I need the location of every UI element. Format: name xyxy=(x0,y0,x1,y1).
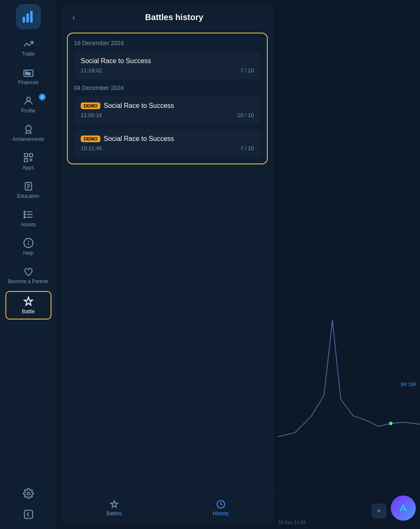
svg-rect-9 xyxy=(24,153,28,157)
logo-icon xyxy=(21,9,36,24)
battle-name-3: Social Race to Success xyxy=(104,135,174,143)
battle-name-2: Social Race to Success xyxy=(104,102,174,110)
svg-point-26 xyxy=(28,241,28,242)
sidebar-label-achievements: Achievements xyxy=(13,136,44,142)
battle-time-3: 10:11:45 xyxy=(81,145,102,151)
gear-icon xyxy=(23,488,34,499)
app-logo[interactable] xyxy=(16,4,41,29)
svg-rect-1 xyxy=(26,13,29,23)
back-button[interactable]: ‹ xyxy=(69,13,79,22)
svg-point-7 xyxy=(26,125,31,131)
battle-card-1[interactable]: Social Race to Success 11:19:02 7 / 10 xyxy=(74,51,261,79)
svg-point-30 xyxy=(389,422,392,425)
tab-history-label: History xyxy=(213,511,228,516)
battle-score-3: 7 / 10 xyxy=(240,145,254,151)
battle-score-2: 10 / 10 xyxy=(237,112,254,118)
sidebar-label-profile: Profile xyxy=(21,108,35,114)
tab-battles-label: Battles xyxy=(106,511,122,516)
panel-title: Battles history xyxy=(83,13,266,22)
main-panel: ‹ Battles history 18 December 2024 Socia… xyxy=(61,4,274,523)
bottom-tabs: Battles History xyxy=(61,493,274,523)
plus-button[interactable]: + xyxy=(371,503,387,519)
sidebar-item-help[interactable]: Help xyxy=(5,233,51,260)
history-tab-icon xyxy=(216,500,225,509)
battle-meta-3: 10:11:45 7 / 10 xyxy=(81,145,254,151)
sidebar-item-education[interactable]: Education xyxy=(5,176,51,203)
battles-tab-icon xyxy=(110,500,119,509)
sidebar-item-trade[interactable]: Trade xyxy=(5,34,51,61)
education-icon xyxy=(23,181,34,192)
apps-icon xyxy=(23,152,34,163)
sidebar-item-partner[interactable]: Become a Partner xyxy=(5,262,51,289)
help-icon xyxy=(23,238,34,248)
finances-icon xyxy=(23,67,34,78)
sidebar-item-finances[interactable]: Finances xyxy=(5,63,51,89)
chart-svg xyxy=(278,236,420,487)
demo-badge-3: DEMO xyxy=(81,135,100,142)
sidebar-item-battle[interactable]: Battle xyxy=(5,291,51,319)
svg-rect-2 xyxy=(30,11,33,23)
sidebar-item-profile[interactable]: 4 Profile xyxy=(5,91,51,118)
svg-rect-0 xyxy=(23,17,25,23)
svg-point-21 xyxy=(24,211,25,212)
avatar-icon xyxy=(397,502,410,514)
battle-icon xyxy=(23,296,34,307)
sidebar-item-settings[interactable] xyxy=(5,484,51,503)
sidebar-label-partner: Become a Partner xyxy=(8,279,49,285)
demo-badge-2: DEMO xyxy=(81,102,100,109)
battles-highlighted-group: 18 December 2024 Social Race to Success … xyxy=(67,33,268,164)
battle-meta-1: 11:19:02 7 / 10 xyxy=(81,67,254,74)
svg-point-6 xyxy=(26,97,30,101)
user-icon xyxy=(23,95,34,106)
battle-title-row-3: DEMO Social Race to Success xyxy=(81,135,254,143)
bottom-date: 18 Dec 11:59 xyxy=(278,520,305,525)
date-label-2: 04 December 2024 xyxy=(74,84,261,91)
svg-point-27 xyxy=(27,492,30,495)
date-label-1: 18 December 2024 xyxy=(74,40,261,46)
sidebar-label-battle: Battle xyxy=(22,309,35,314)
svg-rect-5 xyxy=(28,73,30,74)
battle-card-3[interactable]: DEMO Social Race to Success 10:11:45 7 /… xyxy=(74,129,261,157)
sidebar-label-education: Education xyxy=(17,193,39,199)
battle-name-1: Social Race to Success xyxy=(81,57,151,65)
battle-time-2: 11:00:14 xyxy=(81,112,102,118)
battle-time-1: 11:19:02 xyxy=(81,67,102,74)
achievements-icon xyxy=(23,124,34,135)
sidebar-label-finances: Finances xyxy=(18,79,38,85)
battle-score-1: 7 / 10 xyxy=(240,67,254,74)
battle-title-row-1: Social Race to Success xyxy=(81,57,254,65)
battle-title-row-2: DEMO Social Race to Success xyxy=(81,102,254,110)
partner-icon xyxy=(23,266,34,277)
assets-icon xyxy=(23,209,34,220)
battle-card-2[interactable]: DEMO Social Race to Success 11:00:14 10 … xyxy=(74,96,261,124)
sr-label: SR 199 xyxy=(400,382,416,387)
sidebar-label-assets: Assets xyxy=(20,222,36,227)
sidebar-item-assets[interactable]: Assets xyxy=(5,205,51,232)
sidebar-item-collapse[interactable] xyxy=(5,505,51,524)
panel-header: ‹ Battles history xyxy=(61,4,274,31)
sidebar-item-apps[interactable]: Apps xyxy=(5,148,51,175)
avatar-button[interactable] xyxy=(391,496,416,521)
battle-meta-2: 11:00:14 10 / 10 xyxy=(81,112,254,118)
tab-history[interactable]: History xyxy=(167,498,274,519)
svg-rect-4 xyxy=(26,72,27,75)
sidebar-bottom xyxy=(0,483,56,525)
chevron-left-icon xyxy=(23,509,34,520)
svg-rect-10 xyxy=(29,153,33,157)
sidebar-item-achievements[interactable]: Achievements xyxy=(5,120,51,146)
sidebar-label-help: Help xyxy=(23,250,33,256)
trend-up-icon xyxy=(23,38,34,49)
battles-content: 18 December 2024 Social Race to Success … xyxy=(61,31,274,493)
sidebar-label-trade: Trade xyxy=(22,51,35,57)
sidebar-label-apps: Apps xyxy=(23,165,34,171)
profile-badge: 4 xyxy=(39,94,46,100)
tab-battles[interactable]: Battles xyxy=(61,498,167,519)
sidebar: Trade Finances 4 Profile Achievements xyxy=(0,0,56,529)
svg-rect-28 xyxy=(24,510,33,519)
chart-area: SR 199 xyxy=(278,0,420,529)
svg-point-22 xyxy=(24,214,25,215)
svg-point-23 xyxy=(24,217,25,218)
svg-rect-11 xyxy=(24,158,28,162)
